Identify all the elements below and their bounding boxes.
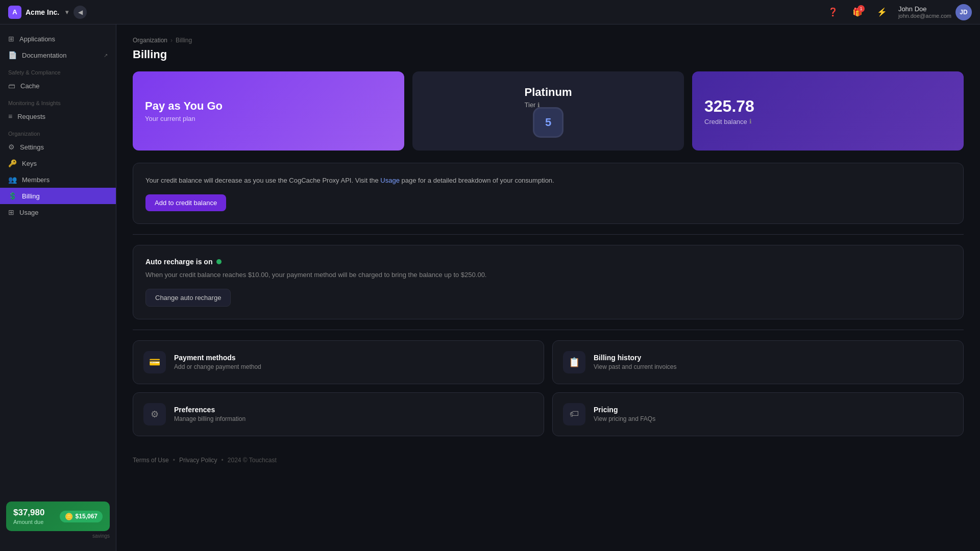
sidebar-item-label: Documentation [22, 52, 66, 59]
payment-methods-card[interactable]: 💳 Payment methods Add or change payment … [133, 340, 544, 384]
copyright: 2024 © Touchcast [228, 457, 277, 464]
balance-card: 325.78 Credit balance ℹ [692, 71, 964, 151]
grid-icon: ⊞ [8, 35, 14, 43]
credit-info-text: Your credit balance will decrease as you… [145, 176, 951, 186]
doc-icon: 📄 [8, 51, 17, 59]
auto-recharge-label: Auto recharge is on [145, 258, 212, 266]
savings-sublabel: savings [6, 533, 110, 539]
cache-icon: 🗃 [8, 82, 15, 90]
usage-icon: ⊞ [8, 208, 14, 216]
status-on-indicator [216, 259, 222, 264]
terms-link[interactable]: Terms of Use [133, 457, 169, 464]
breadcrumb-separator: › [170, 37, 173, 44]
footer: Terms of Use • Privacy Policy • 2024 © T… [133, 448, 964, 464]
savings-label: Amount due [13, 519, 44, 525]
user-email: john.doe@acme.com [898, 13, 951, 19]
settings-button[interactable]: ⚡ [874, 4, 890, 20]
coin-icon: 🪙 [65, 513, 73, 520]
sidebar-item-label: Billing [22, 192, 40, 200]
sidebar-item-label: Members [22, 176, 50, 184]
logo-icon: A [8, 6, 21, 19]
sidebar: ⊞ Applications 📄 Documentation ↗ Safety … [0, 24, 116, 551]
chevron-down-icon[interactable]: ▾ [65, 9, 68, 16]
breadcrumb-org[interactable]: Organization [133, 37, 167, 44]
external-link-icon: ↗ [104, 53, 108, 58]
gift-button[interactable]: 🎁 1 [849, 4, 866, 20]
sidebar-item-label: Cache [20, 82, 40, 90]
topbar: A Acme Inc. ▾ ◀ ❓ 🎁 1 ⚡ John Doe john.do… [0, 0, 980, 24]
payment-methods-info: Payment methods Add or change payment me… [174, 354, 261, 370]
preferences-title: Preferences [174, 406, 246, 414]
tier-subtitle: Tier ℹ [525, 101, 572, 109]
tier-badge: 5 [534, 109, 562, 136]
breadcrumb: Organization › Billing [133, 37, 964, 44]
settings-icon: ⚡ [877, 7, 887, 17]
sidebar-bottom: $37,980 Amount due 🪙 $15,067 savings [0, 495, 116, 545]
usage-link[interactable]: Usage [380, 177, 400, 184]
tier-info-icon[interactable]: ℹ [537, 102, 540, 109]
recharge-description: When your credit balance reaches $10.00,… [145, 270, 951, 281]
plan-title: Pay as You Go [145, 99, 392, 113]
savings-badge-amount: $15,067 [76, 513, 97, 520]
help-button[interactable]: ❓ [825, 4, 841, 20]
preferences-icon: ⚙ [143, 403, 166, 425]
sidebar-section-monitoring: Monitoring & Insights [0, 94, 116, 108]
billing-history-info: Billing history View past and current in… [594, 354, 677, 370]
sidebar-item-requests[interactable]: ≡ Requests [0, 108, 116, 124]
auto-recharge-section: Auto recharge is on When your credit bal… [133, 245, 964, 319]
question-circle-icon: ❓ [828, 7, 838, 17]
balance-info-icon[interactable]: ℹ [749, 118, 752, 125]
tier-title: Platinum [525, 86, 572, 99]
sidebar-item-keys[interactable]: 🔑 Keys [0, 155, 116, 171]
company-logo[interactable]: A Acme Inc. ▾ [8, 6, 68, 19]
avatar: JD [955, 4, 972, 20]
sidebar-item-billing[interactable]: 💲 Billing [0, 188, 116, 204]
page-title: Billing [133, 48, 964, 61]
sidebar-item-label: Keys [22, 160, 37, 167]
change-auto-recharge-button[interactable]: Change auto recharge [145, 289, 231, 307]
company-name: Acme Inc. [26, 8, 59, 16]
pricing-icon: 🏷 [563, 403, 585, 425]
sidebar-item-label: Requests [17, 113, 45, 120]
sidebar-item-settings[interactable]: ⚙ Settings [0, 139, 116, 155]
pricing-card[interactable]: 🏷 Pricing View pricing and FAQs [552, 392, 964, 436]
topbar-actions: ❓ 🎁 1 ⚡ John Doe john.doe@acme.com JD [825, 4, 972, 20]
add-credit-button[interactable]: Add to credit balance [145, 194, 226, 211]
sidebar-item-usage[interactable]: ⊞ Usage [0, 204, 116, 220]
key-icon: 🔑 [8, 159, 17, 167]
pricing-desc: View pricing and FAQs [594, 415, 655, 422]
preferences-info: Preferences Manage billing information [174, 406, 246, 422]
savings-info: $37,980 Amount due [13, 508, 44, 525]
gear-icon: ⚙ [8, 143, 15, 151]
sidebar-item-members[interactable]: 👥 Members [0, 171, 116, 188]
credit-info-section: Your credit balance will decrease as you… [133, 163, 964, 224]
balance-label: Credit balance ℹ [704, 118, 951, 126]
payment-methods-desc: Add or change payment method [174, 363, 261, 370]
sidebar-item-applications[interactable]: ⊞ Applications [0, 31, 116, 47]
privacy-link[interactable]: Privacy Policy [179, 457, 217, 464]
summary-cards: Pay as You Go Your current plan Platinum… [133, 71, 964, 151]
savings-badge: 🪙 $15,067 [60, 511, 103, 522]
billing-history-card[interactable]: 📋 Billing history View past and current … [552, 340, 964, 384]
user-name: John Doe [898, 5, 951, 13]
sidebar-section-safety: Safety & Compliance [0, 63, 116, 78]
pricing-info: Pricing View pricing and FAQs [594, 406, 655, 422]
billing-icon: 💲 [8, 192, 17, 200]
savings-card[interactable]: $37,980 Amount due 🪙 $15,067 [6, 502, 110, 531]
payment-methods-title: Payment methods [174, 354, 261, 362]
members-icon: 👥 [8, 176, 17, 184]
preferences-desc: Manage billing information [174, 415, 246, 422]
preferences-card[interactable]: ⚙ Preferences Manage billing information [133, 392, 544, 436]
sidebar-item-label: Settings [20, 143, 44, 151]
balance-amount: 325.78 [704, 97, 951, 116]
tier-card: Platinum Tier ℹ 5 [412, 71, 684, 151]
sidebar-collapse-button[interactable]: ◀ [74, 6, 87, 19]
recharge-header: Auto recharge is on [145, 258, 951, 266]
sidebar-item-label: Usage [19, 209, 39, 216]
savings-amount: $37,980 [13, 508, 44, 518]
sidebar-item-label: Applications [19, 35, 55, 43]
user-menu[interactable]: John Doe john.doe@acme.com JD [898, 4, 972, 20]
sidebar-item-documentation[interactable]: 📄 Documentation ↗ [0, 47, 116, 63]
list-icon: ≡ [8, 112, 12, 120]
sidebar-item-cache[interactable]: 🗃 Cache [0, 78, 116, 94]
